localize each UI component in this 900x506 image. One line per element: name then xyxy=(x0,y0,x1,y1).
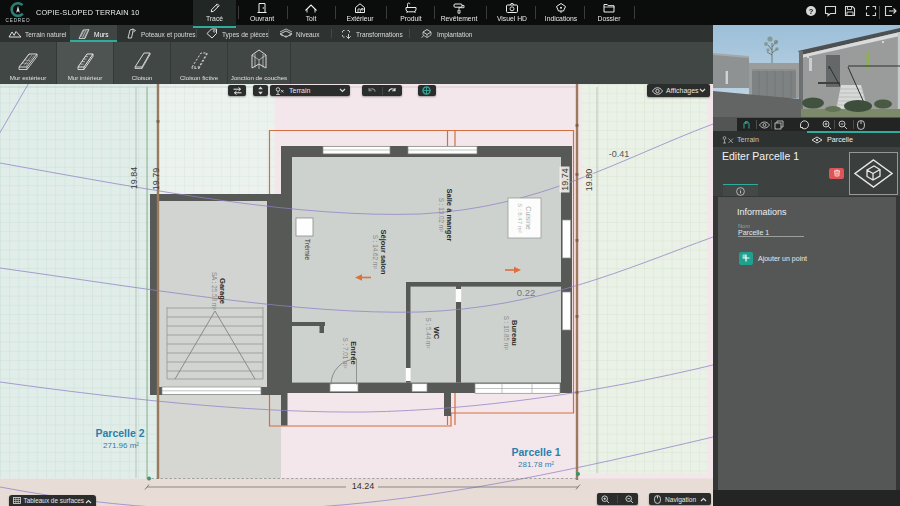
svg-text:19.80: 19.80 xyxy=(584,169,594,192)
svg-text:S : 5.44 m²: S : 5.44 m² xyxy=(425,318,432,349)
svg-text:Salle à manger: Salle à manger xyxy=(445,189,454,242)
svg-text:19.79: 19.79 xyxy=(151,168,161,191)
svg-text:Parcelle 1: Parcelle 1 xyxy=(511,446,560,458)
svg-text:S : 14.62 m²: S : 14.62 m² xyxy=(372,235,379,269)
svg-text:-0.41: -0.41 xyxy=(609,149,630,159)
svg-text:?: ? xyxy=(809,7,814,16)
svg-text:271.96 m²: 271.96 m² xyxy=(103,441,139,450)
svg-text:14.24: 14.24 xyxy=(352,481,375,491)
svg-text:Bureau: Bureau xyxy=(510,320,519,346)
svg-text:281.78 m²: 281.78 m² xyxy=(518,460,554,469)
svg-text:Cuisine: Cuisine xyxy=(525,206,532,229)
svg-text:Trémie: Trémie xyxy=(304,239,311,261)
svg-text:S : 13.02 m²: S : 13.02 m² xyxy=(438,198,445,232)
svg-text:S : 8.47 m²: S : 8.47 m² xyxy=(517,203,523,232)
svg-text:S : 10.85 m²: S : 10.85 m² xyxy=(503,316,510,350)
svg-text:19.74: 19.74 xyxy=(560,168,570,191)
svg-text:Parcelle 2: Parcelle 2 xyxy=(95,427,144,439)
svg-text:19.84: 19.84 xyxy=(129,167,139,190)
svg-text:Entrée: Entrée xyxy=(349,341,358,364)
svg-text:Séjour salon: Séjour salon xyxy=(379,229,388,274)
svg-text:WC: WC xyxy=(432,327,441,340)
svg-text:SA : 25.58 m²: SA : 25.58 m² xyxy=(211,272,218,310)
svg-text:0.22: 0.22 xyxy=(517,287,536,298)
svg-text:Garage: Garage xyxy=(218,278,227,304)
svg-text:S : 7.01 m²: S : 7.01 m² xyxy=(342,338,349,369)
